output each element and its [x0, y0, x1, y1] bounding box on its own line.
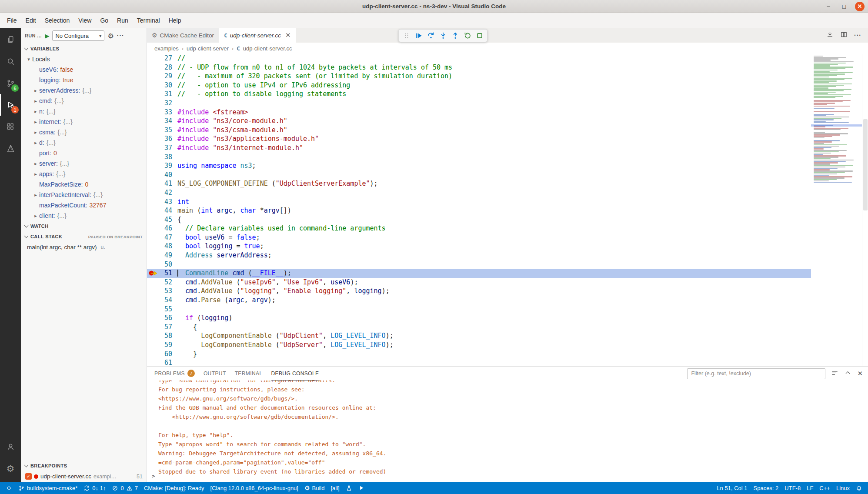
status-git-branch[interactable]: buildsystem-cmake*: [15, 482, 80, 494]
menu-go[interactable]: Go: [96, 15, 113, 26]
breakpoint-gutter[interactable]: [147, 287, 158, 296]
close-button[interactable]: ✕: [855, 2, 865, 11]
code-line-35[interactable]: 35#include "ns3/csma-module.h": [147, 126, 811, 135]
code-line-55[interactable]: 55: [147, 305, 811, 314]
variable-row[interactable]: ▸d:{...}: [21, 137, 147, 148]
breakpoint-row[interactable]: ✓udp-client-server.ccexampl…51: [21, 471, 147, 482]
code-line-59[interactable]: 59 LogComponentEnable ("UdpServer", LOG_…: [147, 340, 811, 350]
stop-button[interactable]: [474, 30, 485, 41]
status-remote-indicator[interactable]: [3, 482, 15, 494]
debug-settings-gear-icon[interactable]: ⚙: [107, 32, 114, 40]
breakpoint-gutter[interactable]: [147, 170, 158, 180]
breakpoint-gutter[interactable]: [147, 251, 158, 260]
status-cursor-position[interactable]: Ln 51, Col 1: [714, 482, 750, 494]
code-line-37[interactable]: 37#include "ns3/internet-module.h": [147, 144, 811, 153]
code-lines[interactable]: 27//28// - UDP flow from n0 to n1 of 102…: [147, 54, 811, 366]
code-line-30[interactable]: 30// - option to use IPv4 or IPv6 addres…: [147, 81, 811, 90]
breakpoint-gutter[interactable]: [147, 340, 158, 350]
code-line-47[interactable]: 47 bool useV6 = false;: [147, 233, 811, 242]
minimap[interactable]: [811, 54, 862, 366]
variable-row[interactable]: ▸interPacketInterval:{...}: [21, 190, 147, 200]
breakpoint-gutter[interactable]: [147, 144, 158, 153]
code-line-57[interactable]: 57 {: [147, 323, 811, 332]
status-cmake-kit[interactable]: [Clang 12.0.0 x86_64-pc-linux-gnu]: [207, 482, 301, 494]
console-filter-input[interactable]: [687, 368, 825, 379]
status-os[interactable]: Linux: [833, 482, 853, 494]
variable-row[interactable]: ▸serverAddress:{...}: [21, 85, 147, 96]
code-line-58[interactable]: 58 LogComponentEnable ("UdpClient", LOG_…: [147, 331, 811, 340]
status-encoding[interactable]: UTF-8: [781, 482, 804, 494]
code-line-43[interactable]: 43int: [147, 197, 811, 207]
tab-debug-console[interactable]: DEBUG CONSOLE: [271, 367, 319, 381]
activity-cmake-icon[interactable]: [0, 137, 21, 159]
status-cmake-test[interactable]: [343, 482, 355, 494]
menu-terminal[interactable]: Terminal: [133, 15, 164, 26]
chevron-right-icon[interactable]: ▸: [32, 140, 39, 146]
breakpoint-gutter[interactable]: [147, 153, 158, 162]
chevron-right-icon[interactable]: ▸: [32, 192, 39, 198]
activity-search-icon[interactable]: [0, 50, 21, 72]
breakpoint-gutter[interactable]: [147, 233, 158, 242]
variable-row[interactable]: logging:true: [21, 75, 147, 85]
tab-udp-client-server[interactable]: C udp-client-server.cc ✕: [219, 28, 296, 43]
breakpoint-gutter[interactable]: [147, 242, 158, 251]
variable-row[interactable]: ▸csma:{...}: [21, 127, 147, 137]
continue-button[interactable]: [413, 30, 424, 41]
breakpoint-gutter[interactable]: [147, 358, 158, 366]
breakpoint-gutter[interactable]: [147, 108, 158, 117]
chevron-right-icon[interactable]: ▸: [32, 119, 39, 125]
code-line-45[interactable]: 45{: [147, 215, 811, 224]
activity-account-icon[interactable]: [0, 436, 21, 457]
step-into-button[interactable]: [437, 30, 448, 41]
breakpoint-gutter[interactable]: [147, 63, 158, 72]
code-line-53[interactable]: 53 cmd.AddValue ("logging", "Enable logg…: [147, 287, 811, 296]
variable-row[interactable]: ▸n:{...}: [21, 106, 147, 117]
status-cmake-launch[interactable]: [355, 482, 367, 494]
breakpoint-gutter[interactable]: [147, 350, 158, 359]
console-prompt[interactable]: >: [152, 471, 155, 481]
variable-row[interactable]: maxPacketCount:32767: [21, 200, 147, 210]
breakpoint-gutter[interactable]: [147, 215, 158, 224]
chevron-down-icon[interactable]: ▾: [25, 57, 32, 62]
breakpoint-gutter[interactable]: [147, 260, 158, 269]
breakpoint-gutter[interactable]: [147, 161, 158, 170]
split-editor-icon[interactable]: [840, 31, 848, 40]
chevron-right-icon[interactable]: ▸: [32, 88, 39, 93]
chevron-right-icon[interactable]: ▸: [32, 98, 39, 104]
maximize-button[interactable]: ◻: [839, 2, 849, 11]
variable-row[interactable]: ▸cmd:{...}: [21, 96, 147, 106]
activity-source-control-icon[interactable]: 6: [0, 72, 21, 94]
status-language-mode[interactable]: C++: [816, 482, 833, 494]
breakpoint-gutter[interactable]: [147, 81, 158, 90]
breakpoint-gutter[interactable]: [147, 269, 158, 278]
chevron-right-icon[interactable]: ▸: [32, 130, 39, 135]
code-line-32[interactable]: 32: [147, 99, 811, 108]
variable-row[interactable]: ▸client:{...}: [21, 210, 147, 221]
editor-more-actions-icon[interactable]: ···: [854, 32, 861, 39]
menu-run[interactable]: Run: [113, 15, 133, 26]
code-line-39[interactable]: 39using namespace ns3;: [147, 161, 811, 170]
tab-terminal[interactable]: TERMINAL: [235, 367, 263, 381]
step-out-button[interactable]: [450, 30, 461, 41]
code-line-51[interactable]: 51 CommandLine cmd (__FILE__);: [147, 269, 811, 278]
breakpoint-gutter[interactable]: [147, 179, 158, 188]
status-indentation[interactable]: Spaces: 2: [751, 482, 782, 494]
debug-config-dropdown[interactable]: No Configura ▾: [52, 30, 104, 41]
status-eol[interactable]: LF: [804, 482, 816, 494]
variable-row[interactable]: ▸internet:{...}: [21, 117, 147, 127]
code-line-49[interactable]: 49 Address serverAddress;: [147, 251, 811, 260]
breakpoint-gutter[interactable]: [147, 117, 158, 126]
minimize-button[interactable]: –: [824, 2, 833, 11]
variable-row[interactable]: ▸apps:{...}: [21, 169, 147, 179]
chevron-right-icon[interactable]: ▸: [32, 171, 39, 177]
breakpoint-gutter[interactable]: [147, 278, 158, 287]
code-line-40[interactable]: 40: [147, 170, 811, 180]
code-line-60[interactable]: 60 }: [147, 350, 811, 359]
code-line-54[interactable]: 54 cmd.Parse (argc, argv);: [147, 296, 811, 305]
variables-section-header[interactable]: VARIABLES: [21, 43, 147, 54]
breadcrumb-item[interactable]: examples: [154, 45, 179, 52]
code-line-46[interactable]: 46 // Declare variables used in command-…: [147, 224, 811, 233]
breadcrumb-item[interactable]: udp-client-server.cc: [243, 45, 292, 52]
breakpoint-gutter[interactable]: [147, 197, 158, 207]
code-line-48[interactable]: 48 bool logging = true;: [147, 242, 811, 251]
